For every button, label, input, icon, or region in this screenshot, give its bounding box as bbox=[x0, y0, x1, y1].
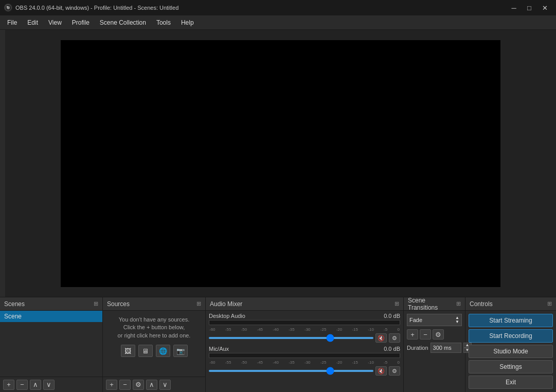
duration-input[interactable] bbox=[431, 343, 461, 353]
volume-slider-desktop[interactable] bbox=[209, 337, 373, 339]
scenes-panel: Scenes ⊞ Scene + − ∧ ∨ bbox=[0, 297, 103, 392]
sources-hint: You don't have any sources. Click the + … bbox=[118, 316, 191, 340]
menu-profile[interactable]: Profile bbox=[67, 17, 95, 28]
scenes-panel-header: Scenes ⊞ bbox=[0, 297, 102, 311]
controls-panel: Controls ⊞ Start Streaming Start Recordi… bbox=[465, 297, 556, 392]
menu-edit[interactable]: Edit bbox=[22, 17, 43, 28]
scenes-panel-icon[interactable]: ⊞ bbox=[94, 300, 98, 307]
source-icon-browser[interactable]: 🌐 bbox=[156, 345, 170, 357]
transition-add-button[interactable]: + bbox=[407, 329, 418, 340]
audio-controls-mic: 🔇 ⚙ bbox=[209, 366, 400, 376]
transition-settings-button[interactable]: ⚙ bbox=[433, 329, 444, 340]
title-bar-left: OBS 24.0.0 (64-bit, windows) - Profile: … bbox=[4, 4, 178, 12]
sources-content[interactable]: You don't have any sources. Click the + … bbox=[103, 311, 205, 377]
scenes-add-button[interactable]: + bbox=[3, 380, 14, 390]
menu-file[interactable]: File bbox=[2, 17, 22, 28]
audio-channel-desktop-db: 0.0 dB bbox=[384, 313, 400, 319]
source-icon-camera[interactable]: 📷 bbox=[173, 345, 188, 357]
scenes-panel-title: Scenes bbox=[4, 300, 25, 308]
source-icons-row: 🖼 🖥 🌐 📷 bbox=[121, 345, 188, 357]
scenes-remove-button[interactable]: − bbox=[16, 380, 28, 390]
panels-row: Scenes ⊞ Scene + − ∧ ∨ Sources ⊞ You don… bbox=[0, 297, 556, 392]
svg-point-2 bbox=[7, 6, 8, 7]
audio-meter-desktop bbox=[209, 320, 400, 325]
preview-container bbox=[5, 30, 556, 297]
sources-toolbar: + − ⚙ ∧ ∨ bbox=[103, 377, 205, 392]
audio-channel-mic-name: Mic/Aux bbox=[209, 346, 229, 352]
scenes-move-up-button[interactable]: ∧ bbox=[30, 380, 41, 390]
scenes-move-down-button[interactable]: ∨ bbox=[43, 380, 55, 390]
controls-panel-icon[interactable]: ⊞ bbox=[547, 300, 552, 307]
sources-move-down-button[interactable]: ∨ bbox=[159, 380, 171, 390]
audio-meter-mic bbox=[209, 353, 400, 358]
sources-panel: Sources ⊞ You don't have any sources. Cl… bbox=[103, 297, 206, 392]
menu-view[interactable]: View bbox=[43, 17, 67, 28]
audio-controls-desktop: 🔇 ⚙ bbox=[209, 333, 400, 343]
audio-panel: Audio Mixer ⊞ Desktop Audio 0.0 dB -60-5… bbox=[206, 297, 404, 392]
maximize-button[interactable]: □ bbox=[522, 3, 536, 13]
close-button[interactable]: ✕ bbox=[537, 3, 552, 13]
transition-remove-button[interactable]: − bbox=[420, 329, 431, 340]
audio-content: Desktop Audio 0.0 dB -60-55-50-45-40-35-… bbox=[206, 311, 403, 392]
audio-scale-mic: -60-55-50-45-40-35-30-25-20-15-10-50 bbox=[209, 360, 400, 365]
menu-tools[interactable]: Tools bbox=[151, 17, 176, 28]
audio-channel-desktop: Desktop Audio 0.0 dB -60-55-50-45-40-35-… bbox=[209, 313, 400, 343]
mute-button-desktop[interactable]: 🔇 bbox=[375, 333, 387, 343]
menu-bar: File Edit View Profile Scene Collection … bbox=[0, 15, 556, 30]
sources-add-button[interactable]: + bbox=[106, 380, 117, 390]
transition-dropdown-icon: ▲▼ bbox=[455, 316, 459, 324]
sources-move-up-button[interactable]: ∧ bbox=[146, 380, 157, 390]
controls-content: Start Streaming Start Recording Studio M… bbox=[465, 311, 556, 392]
scenes-list: Scene bbox=[0, 311, 102, 377]
menu-scene-collection[interactable]: Scene Collection bbox=[95, 17, 151, 28]
transition-toolbar: + − ⚙ bbox=[407, 329, 462, 340]
sources-hint-line1: You don't have any sources. bbox=[119, 316, 189, 323]
app-icon bbox=[4, 4, 12, 12]
start-recording-button[interactable]: Start Recording bbox=[469, 329, 553, 343]
sources-panel-title: Sources bbox=[107, 300, 130, 308]
transition-name: Fade bbox=[409, 317, 422, 323]
audio-channel-desktop-name: Desktop Audio bbox=[209, 313, 245, 319]
transition-dropdown[interactable]: Fade ▲▼ bbox=[407, 314, 462, 326]
left-panel bbox=[0, 30, 5, 297]
audio-settings-mic[interactable]: ⚙ bbox=[389, 366, 400, 376]
source-icon-display[interactable]: 🖥 bbox=[138, 345, 153, 357]
title-text: OBS 24.0.0 (64-bit, windows) - Profile: … bbox=[15, 5, 178, 11]
sources-settings-button[interactable]: ⚙ bbox=[133, 380, 144, 390]
menu-help[interactable]: Help bbox=[176, 17, 199, 28]
preview-canvas bbox=[61, 40, 500, 287]
audio-channel-desktop-header: Desktop Audio 0.0 dB bbox=[209, 313, 400, 319]
transitions-panel-header: Scene Transitions ⊞ bbox=[404, 297, 465, 311]
main-content bbox=[0, 30, 556, 297]
bottom-panel: Scenes ⊞ Scene + − ∧ ∨ Sources ⊞ You don… bbox=[0, 297, 556, 392]
transitions-panel: Scene Transitions ⊞ Fade ▲▼ + − ⚙ Durati… bbox=[404, 297, 465, 392]
scene-item[interactable]: Scene bbox=[0, 311, 102, 322]
volume-slider-mic[interactable] bbox=[209, 370, 373, 372]
audio-channel-mic-db: 0.0 dB bbox=[384, 346, 400, 352]
studio-mode-button[interactable]: Studio Mode bbox=[469, 345, 553, 358]
transitions-panel-icon[interactable]: ⊞ bbox=[456, 300, 461, 307]
exit-button[interactable]: Exit bbox=[469, 376, 553, 389]
settings-button[interactable]: Settings bbox=[469, 360, 553, 373]
scenes-toolbar: + − ∧ ∨ bbox=[0, 377, 102, 392]
audio-panel-icon[interactable]: ⊞ bbox=[394, 300, 399, 307]
audio-panel-header: Audio Mixer ⊞ bbox=[206, 297, 403, 311]
audio-scale-desktop: -60-55-50-45-40-35-30-25-20-15-10-50 bbox=[209, 327, 400, 332]
audio-panel-title: Audio Mixer bbox=[210, 300, 242, 308]
mute-button-mic[interactable]: 🔇 bbox=[375, 366, 387, 376]
audio-channel-mic: Mic/Aux 0.0 dB -60-55-50-45-40-35-30-25-… bbox=[209, 346, 400, 376]
start-streaming-button[interactable]: Start Streaming bbox=[469, 314, 553, 327]
sources-panel-icon[interactable]: ⊞ bbox=[196, 300, 201, 307]
audio-settings-desktop[interactable]: ⚙ bbox=[389, 333, 400, 343]
sources-panel-header: Sources ⊞ bbox=[103, 297, 205, 311]
audio-channel-mic-header: Mic/Aux 0.0 dB bbox=[209, 346, 400, 352]
sources-remove-button[interactable]: − bbox=[119, 380, 131, 390]
duration-row: Duration ▲ ▼ bbox=[407, 343, 462, 353]
sources-hint-line2: Click the + button below, bbox=[123, 324, 185, 330]
duration-label: Duration bbox=[407, 345, 428, 351]
source-icon-image[interactable]: 🖼 bbox=[121, 345, 135, 357]
minimize-button[interactable]: ─ bbox=[507, 3, 521, 13]
controls-panel-title: Controls bbox=[470, 300, 493, 308]
controls-panel-header: Controls ⊞ bbox=[465, 297, 556, 311]
transitions-content: Fade ▲▼ + − ⚙ Duration ▲ ▼ bbox=[404, 311, 465, 392]
